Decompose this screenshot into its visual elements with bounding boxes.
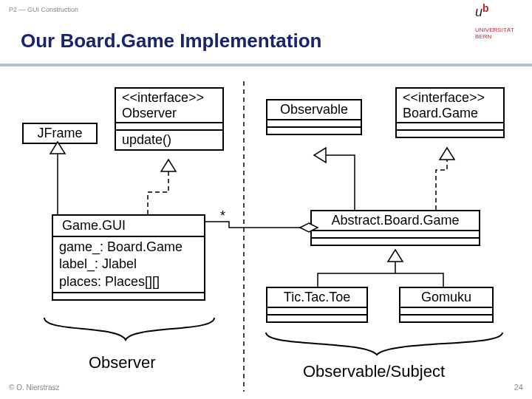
jframe-name: JFrame bbox=[24, 124, 96, 143]
footer-copyright: © O. Nierstrasz bbox=[9, 383, 60, 392]
page-title: Our Board.Game Implementation bbox=[21, 30, 321, 52]
interface-boardgame: <<interface>> Board.Game bbox=[395, 87, 505, 138]
logo-b: b bbox=[482, 2, 489, 14]
class-gomuku: Gomuku bbox=[399, 287, 494, 323]
class-tictactoe: Tic.Tac.Toe bbox=[266, 287, 368, 323]
ttt-name: Tic.Tac.Toe bbox=[267, 288, 366, 307]
observer-name: Observer bbox=[122, 106, 216, 121]
class-jframe: JFrame bbox=[22, 123, 98, 144]
logo-line2: BERN bbox=[475, 34, 514, 41]
class-gamegui: Game.GUI game_: Board.Game label_: Jlabe… bbox=[52, 214, 205, 301]
logo-u: u bbox=[475, 4, 482, 19]
class-abstractboardgame: Abstract.Board.Game bbox=[310, 210, 480, 246]
breadcrumb: P2 — GUI Construction bbox=[9, 6, 78, 13]
observer-stereo: <<interface>> bbox=[122, 90, 216, 106]
boardgame-name: Board.Game bbox=[403, 106, 497, 121]
abg-name: Abstract.Board.Game bbox=[312, 211, 479, 230]
class-observable: Observable bbox=[266, 99, 362, 135]
page-number: 24 bbox=[514, 383, 523, 392]
boardgame-stereo: <<interface>> bbox=[403, 90, 497, 106]
observable-name: Observable bbox=[267, 100, 361, 119]
uml-connectors bbox=[0, 0, 532, 399]
observer-op: update() bbox=[116, 129, 222, 149]
gomuku-name: Gomuku bbox=[400, 288, 492, 307]
gamegui-name: Game.GUI bbox=[53, 216, 204, 236]
interface-observer: <<interface>> Observer update() bbox=[115, 87, 224, 151]
gamegui-attr2: label_: Jlabel bbox=[59, 256, 198, 273]
group-subject-label: Observable/Subject bbox=[303, 362, 445, 381]
group-observer-label: Observer bbox=[89, 353, 155, 372]
multiplicity-star: * bbox=[220, 208, 225, 224]
university-logo: ub UNIVERSITÄT BERN bbox=[475, 4, 514, 41]
title-underline bbox=[0, 64, 532, 66]
gamegui-attr3: places: Places[][] bbox=[59, 273, 198, 290]
gamegui-attr1: game_: Board.Game bbox=[59, 239, 198, 256]
